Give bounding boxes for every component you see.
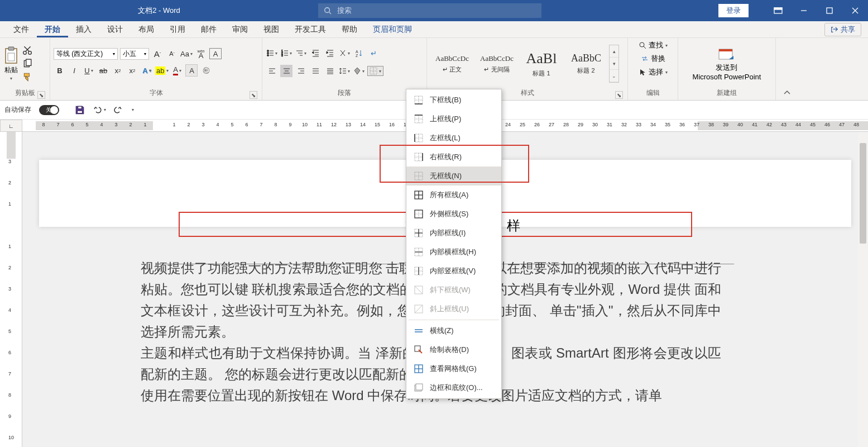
tab-mailings[interactable]: 邮件 [193,22,224,37]
menu-left-border[interactable]: 左框线(L) [406,129,501,148]
group-clipboard: 粘贴 ▾ 剪贴板⬊ [0,38,50,100]
numbering-button[interactable]: 123 [280,47,292,59]
svg-rect-68 [78,111,83,113]
char-border-button[interactable]: A [209,48,222,59]
superscript-button[interactable]: x2 [126,64,138,77]
maximize-button[interactable] [817,0,842,21]
tab-review[interactable]: 审阅 [224,22,256,37]
menu-draw-table[interactable]: 绘制表格(D) [406,340,501,359]
tab-layout[interactable]: 布局 [131,22,162,37]
menu-inside-borders[interactable]: 内部框线(I) [406,224,501,242]
increase-indent-button[interactable] [324,47,336,59]
font-name-combo[interactable]: 等线 (西文正文)▾ [54,48,118,60]
tab-view[interactable]: 视图 [256,22,287,37]
close-button[interactable] [842,0,868,21]
tab-selector[interactable]: ∟ [0,120,22,132]
menu-inside-h-border[interactable]: 内部横框线(H) [406,242,501,261]
tab-references[interactable]: 引用 [162,22,193,37]
align-left-button[interactable] [266,65,278,77]
cut-icon[interactable] [22,45,32,55]
search-box[interactable]: 搜索 [318,3,541,18]
qat-customize[interactable]: ▾ [132,107,134,112]
italic-button[interactable]: I [68,64,80,77]
bold-button[interactable]: B [54,64,66,77]
clipboard-launcher[interactable]: ⬊ [37,91,45,99]
login-button[interactable]: 登录 [718,4,749,17]
align-justify-button[interactable] [309,65,322,77]
select-button[interactable]: 选择▾ [639,67,668,77]
align-right-button[interactable] [295,65,307,77]
tab-home[interactable]: 开始 [37,22,68,37]
style-normal[interactable]: AaBbCcDc↵ 正文 [430,45,474,83]
char-shading-button[interactable]: A [185,64,198,77]
asian-layout-button[interactable] [338,47,351,59]
vertical-scrollbar[interactable] [858,132,868,447]
menu-right-border[interactable]: 右框线(R) [406,148,501,167]
menu-no-border[interactable]: 无框线(N) [406,167,501,186]
underline-button[interactable]: U [83,64,95,77]
tab-header-footer[interactable]: 页眉和页脚 [365,22,420,37]
paste-button[interactable]: 粘贴 ▾ [3,46,19,81]
search-icon [324,7,332,15]
sort-button[interactable]: AZ [353,47,365,59]
font-size-combo[interactable]: 小五▾ [120,48,149,60]
shading-button[interactable] [353,65,365,77]
font-color-button[interactable]: A [171,64,183,77]
tab-design[interactable]: 设计 [99,22,131,37]
format-painter-icon[interactable] [22,72,32,82]
styles-launcher[interactable]: ⬊ [615,91,623,99]
phonetic-guide-button[interactable]: wénA [195,47,207,60]
svg-rect-69 [78,106,82,109]
svg-text:Z: Z [356,54,358,57]
menu-bottom-border[interactable]: 下框线(B) [406,91,501,110]
highlight-button[interactable]: ab [155,64,169,77]
scrollbar-thumb[interactable] [860,143,866,244]
collapse-ribbon-button[interactable] [776,38,798,100]
decrease-indent-button[interactable] [309,47,322,59]
grow-font-button[interactable]: Aˆ [151,47,164,60]
ribbon-display-button[interactable] [765,0,791,21]
borders-button[interactable]: ▾ [367,66,383,76]
save-icon[interactable] [75,105,85,115]
menu-borders-shading[interactable]: 边框和底纹(O)... [406,378,501,397]
align-distribute-button[interactable] [324,65,336,77]
select-icon [639,68,646,76]
menu-outside-borders[interactable]: 外侧框线(S) [406,205,501,224]
line-spacing-button[interactable] [338,65,351,77]
tab-help[interactable]: 帮助 [334,22,365,37]
share-button[interactable]: 共享 [824,23,861,36]
minimize-button[interactable] [791,0,817,21]
bullets-button[interactable] [266,47,278,59]
menu-view-gridlines[interactable]: 查看网格线(G) [406,359,501,378]
tab-file[interactable]: 文件 [6,22,37,37]
show-marks-button[interactable]: ↵ [367,47,380,59]
styles-scroll[interactable]: ▴▾⌄ [609,45,619,83]
multilevel-button[interactable] [295,47,307,59]
menu-inside-v-border[interactable]: 内部竖框线(V) [406,261,501,280]
subscript-button[interactable]: x2 [112,64,124,77]
vertical-ruler[interactable]: 32112345678910111213 [0,132,22,447]
send-to-powerpoint-button[interactable]: 发送到 Microsoft PowerPoint [693,47,761,81]
replace-button[interactable]: 替换 [641,54,665,64]
menu-all-borders[interactable]: 所有框线(A) [406,186,501,205]
redo-icon[interactable] [114,105,124,115]
align-center-button[interactable] [280,65,292,77]
menu-diag-down-border[interactable]: 斜下框线(W) [406,280,501,299]
tab-insert[interactable]: 插入 [68,22,99,37]
style-heading2[interactable]: AaBbC标题 2 [564,45,608,83]
menu-top-border[interactable]: 上框线(P) [406,110,501,129]
find-button[interactable]: 查找▾ [639,40,668,50]
enclose-char-button[interactable]: ㊓ [200,64,212,77]
menu-diag-up-border[interactable]: 斜上框线(U) [406,299,501,318]
menu-horizontal-line[interactable]: 横线(Z) [406,321,501,340]
strikethrough-button[interactable]: ab [97,64,109,77]
change-case-button[interactable]: Aa [180,47,193,60]
tab-developer[interactable]: 开发工具 [287,22,334,37]
style-heading1[interactable]: AaBl标题 1 [520,45,563,83]
copy-icon[interactable] [22,59,32,69]
undo-button[interactable]: ▾ [93,105,106,115]
shrink-font-button[interactable]: Aˇ [166,47,178,60]
style-nospacing[interactable]: AaBbCcDc↵ 无间隔 [475,45,519,83]
font-launcher[interactable]: ⬊ [250,91,257,99]
text-effects-button[interactable]: A [141,64,153,77]
